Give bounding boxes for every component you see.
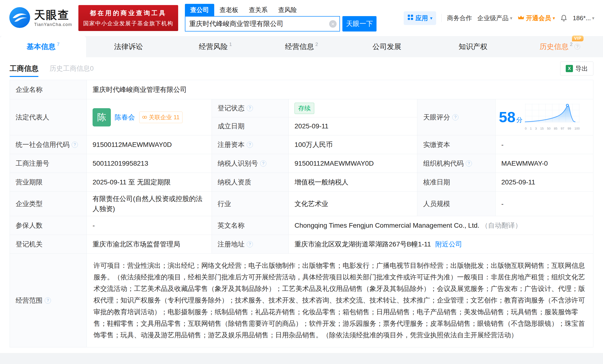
- tab-business-info[interactable]: 工商信息: [10, 64, 38, 77]
- search-tabs: 查公司 查老板 查关系 查风险: [185, 5, 377, 16]
- nav-tab-label: 法律诉讼: [114, 42, 143, 52]
- chevron-down-icon: ▾: [592, 15, 594, 21]
- help-icon[interactable]: ?: [247, 105, 253, 111]
- field-label-paid-capital: 实缴资本: [417, 135, 496, 154]
- apps-grid-icon: [407, 14, 413, 22]
- logo[interactable]: 天眼查 TianYanCha.com: [9, 7, 72, 30]
- legal-rep-avatar[interactable]: 陈: [93, 108, 111, 127]
- related-companies-badge[interactable]: 关联企业 11: [139, 112, 183, 123]
- business-info-table: 企业名称 重庆时代峰峻商业管理有限公司 法定代表人 陈 陈春会 关联企业 11 …: [10, 80, 593, 347]
- field-value-insured-count: -: [87, 216, 212, 235]
- nav-tab-badge: 2: [570, 42, 572, 47]
- label-text: 统一社会信用代码: [16, 140, 70, 150]
- header-actions: 应用 ▾ 商务合作 企业级产品 ▾ 开通会员 ▾ 186*... ▾: [404, 11, 594, 25]
- field-label-reg-address: 注册地址 ?: [212, 235, 289, 254]
- nav-tab-company-development[interactable]: 公司发展: [345, 36, 431, 57]
- nav-tab-legal-proceedings[interactable]: 法律诉讼: [86, 36, 172, 57]
- nav-tab-label: 知识产权: [459, 42, 487, 52]
- export-button[interactable]: X 导出: [560, 61, 593, 75]
- field-value-establish-date: 2025-09-11: [289, 117, 417, 135]
- help-icon[interactable]: ?: [452, 114, 459, 120]
- table-row: 经营范围 ? 许可项目：营业性演出；演出经纪；网络文化经营；电子出版物制作；出版…: [10, 254, 593, 347]
- field-label-staff-size: 人员规模: [417, 192, 496, 216]
- help-icon[interactable]: ?: [466, 160, 472, 167]
- nav-tab-label: 历史信息: [540, 42, 568, 52]
- account-phone: 186*...: [573, 14, 591, 22]
- export-label: 导出: [575, 64, 588, 73]
- field-label-business-term: 营业期限: [10, 173, 87, 192]
- help-icon[interactable]: ?: [260, 160, 267, 167]
- field-value-english-name: Chongqing Times Fengjun Commercial Manag…: [289, 216, 593, 235]
- field-value-org-code: MAEWMWAY-0: [496, 154, 593, 173]
- notification-bell-icon[interactable]: [560, 14, 568, 22]
- search-tab-boss[interactable]: 查老板: [214, 4, 244, 16]
- biz-cooperation-link[interactable]: 商务合作: [447, 14, 472, 22]
- banner-line2: 国家中小企业发展子基金旗下机构: [83, 20, 173, 27]
- vip-tag: VIP: [572, 35, 583, 41]
- help-icon[interactable]: ?: [574, 44, 580, 49]
- auto-translate-note: （自动翻译）: [481, 221, 522, 231]
- logo-domain: TianYanCha.com: [34, 22, 72, 27]
- field-value-reg-status: 存续: [289, 99, 417, 117]
- logo-text: 天眼查 TianYanCha.com: [34, 9, 72, 27]
- field-label-score: 天眼评分 ?: [417, 99, 496, 135]
- label-text: 纳税人识别号: [218, 158, 258, 168]
- field-label-english-name: 英文名称: [212, 216, 289, 235]
- search-button[interactable]: 天眼一下: [342, 16, 377, 32]
- search-input[interactable]: [185, 17, 339, 31]
- nearby-companies-link[interactable]: 附近公司: [435, 239, 462, 249]
- field-label-reg-authority: 登记机关: [10, 235, 87, 254]
- vip-upgrade-link[interactable]: 开通会员 ▾: [518, 14, 555, 22]
- apps-menu[interactable]: 应用 ▾: [404, 11, 436, 25]
- enterprise-product-link[interactable]: 企业级产品 ▾: [477, 14, 512, 22]
- nav-tab-intellectual-property[interactable]: 知识产权: [431, 36, 517, 57]
- enterprise-label: 企业级产品: [477, 14, 509, 22]
- nav-tab-history-info[interactable]: VIP 历史信息2 ?: [517, 36, 603, 57]
- nav-tab-operation-risk[interactable]: 经营风险1: [172, 36, 258, 57]
- nav-tab-operation-info[interactable]: 经营信息2: [258, 36, 345, 57]
- nav-tab-basic-info[interactable]: 基本信息7: [0, 36, 86, 57]
- nav-tab-label: 经营信息: [285, 42, 314, 52]
- field-label-reg-status: 登记状态 ?: [212, 99, 289, 117]
- clear-icon[interactable]: ×: [329, 20, 336, 28]
- related-label: 关联企业: [149, 113, 172, 122]
- table-row: 登记机关 重庆市渝北区市场监督管理局 注册地址 ? 重庆市渝北区双龙湖街道翠湖路…: [10, 235, 593, 254]
- field-value-approval-date: 2025-09-11: [496, 173, 593, 192]
- search-tab-risk[interactable]: 查风险: [273, 4, 302, 16]
- label-text: 注册地址: [218, 239, 244, 249]
- help-icon[interactable]: ?: [247, 141, 253, 148]
- table-row: 营业期限 2025-09-11 至 无固定期限 纳税人资质 增值税一般纳税人 核…: [10, 173, 593, 192]
- field-value-company-name: 重庆时代峰峻商业管理有限公司: [87, 80, 593, 99]
- search-tab-relation[interactable]: 查关系: [244, 4, 273, 16]
- field-value-score: 58 分 01315508597991: [496, 99, 593, 135]
- help-icon[interactable]: ?: [72, 141, 78, 148]
- field-value-industry: 文化艺术业: [289, 192, 417, 216]
- banner-line1: 都在用的商业查询工具: [83, 9, 173, 17]
- field-value-reg-address: 重庆市渝北区双龙湖街道翠湖路267号B幢1-11 附近公司: [289, 235, 593, 254]
- score-unit: 分: [516, 115, 522, 125]
- table-row: 统一社会信用代码 ? 91500112MAEWMWAY0D 注册资本 ? 100…: [10, 135, 593, 154]
- help-icon[interactable]: ?: [247, 241, 253, 247]
- footer-band: [0, 353, 603, 364]
- field-label-taxpayer-id: 纳税人识别号 ?: [212, 154, 289, 173]
- crown-icon: [518, 14, 524, 22]
- address-text: 重庆市渝北区双龙湖街道翠湖路267号B幢1-11: [295, 239, 431, 249]
- promo-banner[interactable]: 都在用的商业查询工具 国家中小企业发展子基金旗下机构: [78, 5, 178, 31]
- help-icon[interactable]: ?: [45, 297, 51, 304]
- search-tab-company[interactable]: 查公司: [185, 4, 214, 16]
- legal-rep-name-link[interactable]: 陈春会: [115, 112, 135, 122]
- score-distribution-chart: 0131550859799100: [525, 104, 580, 131]
- nav-tab-badge: 2: [315, 42, 318, 47]
- nav-tab-badge: 7: [57, 42, 60, 47]
- label-text: 注册资本: [218, 140, 244, 150]
- chevron-down-icon: ▾: [510, 15, 512, 21]
- score-value: 58 分: [499, 110, 522, 125]
- label-text: 登记状态: [218, 103, 244, 113]
- field-label-company-name: 企业名称: [10, 80, 87, 99]
- account-menu[interactable]: 186*... ▾: [573, 14, 594, 22]
- field-value-legal-rep: 陈 陈春会 关联企业 11: [87, 99, 212, 135]
- tianyancha-logo-icon: [9, 7, 31, 30]
- field-label-industry: 行业: [212, 192, 289, 216]
- field-label-company-type: 企业类型: [10, 192, 87, 216]
- tab-history-business-info[interactable]: 历史工商信息0: [49, 64, 94, 73]
